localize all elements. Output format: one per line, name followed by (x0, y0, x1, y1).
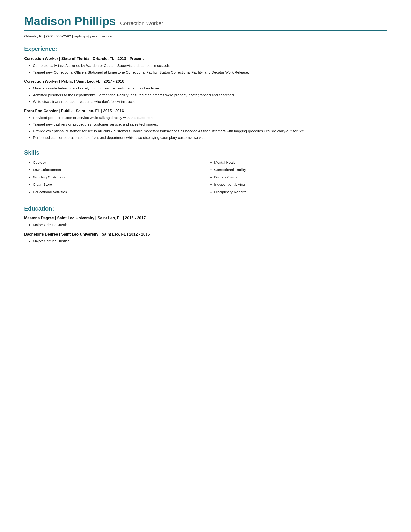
edu-bullets-1: Major: Criminal Justice (24, 222, 387, 228)
list-item: Write disciplinary reports on residents … (33, 99, 387, 104)
list-item: Monitor inmate behavior and safety durin… (33, 86, 387, 91)
job-bullets-3: Provided premier customer service while … (24, 115, 387, 141)
skill-item: Custody (33, 160, 206, 165)
list-item: Major: Criminal Justice (33, 222, 387, 228)
list-item: Provided premier customer service while … (33, 115, 387, 121)
skills-grid: Custody Law Enforcement Greeting Custome… (24, 160, 387, 197)
edu-entry-2: Bachelor's Degree | Saint Leo University… (24, 232, 387, 244)
list-item: Trained new cashiers on procedures, cust… (33, 122, 387, 127)
skill-item: Display Cases (214, 175, 387, 180)
skill-item: Law Enforcement (33, 167, 206, 173)
list-item: Performed cashier operations of the fron… (33, 135, 387, 141)
list-item: Provide exceptional customer service to … (33, 128, 387, 134)
edu-bullets-2: Major: Criminal Justice (24, 238, 387, 244)
education-section: Education: Master's Degree | Saint Leo U… (24, 205, 387, 244)
list-item: Admitted prisoners to the Department's C… (33, 92, 387, 98)
skill-item: Disciplinary Reports (214, 189, 387, 195)
skill-item: Greeting Customers (33, 175, 206, 180)
job-title-2: Correction Worker | Publix | Saint Leo, … (24, 79, 387, 84)
education-section-title: Education: (24, 205, 387, 212)
resume-header: Madison Phillips Correction Worker Orlan… (24, 15, 387, 38)
edu-title-2: Bachelor's Degree | Saint Leo University… (24, 232, 387, 237)
list-item: Trained new Correctional Officers Statio… (33, 70, 387, 75)
experience-section: Experience: Correction Worker | State of… (24, 46, 387, 141)
skills-col-left: Custody Law Enforcement Greeting Custome… (24, 160, 206, 197)
skill-item: Clean Store (33, 182, 206, 187)
job-title-1: Correction Worker | State of Florida | O… (24, 57, 387, 61)
job-bullets-1: Complete daily task Assigned by Warden o… (24, 63, 387, 75)
experience-section-title: Experience: (24, 46, 387, 52)
job-bullets-2: Monitor inmate behavior and safety durin… (24, 86, 387, 104)
skill-item: Educational Activities (33, 189, 206, 195)
skills-section: Skills Custody Law Enforcement Greeting … (24, 149, 387, 197)
edu-entry-1: Master's Degree | Saint Leo University |… (24, 216, 387, 228)
edu-title-1: Master's Degree | Saint Leo University |… (24, 216, 387, 220)
header-divider (24, 30, 387, 31)
skill-item: Correctional Facility (214, 167, 387, 173)
skills-section-title: Skills (24, 149, 387, 156)
contact-info: Orlando, FL | (900) 555-2592 | mphillips… (24, 34, 387, 38)
candidate-name: Madison Phillips (24, 15, 116, 28)
list-item: Major: Criminal Justice (33, 238, 387, 244)
skill-item: Independent Living (214, 182, 387, 187)
skills-col-right: Mental Health Correctional Facility Disp… (206, 160, 387, 197)
list-item: Complete daily task Assigned by Warden o… (33, 63, 387, 68)
job-title-3: Front End Cashier | Publix | Saint Leo, … (24, 109, 387, 113)
candidate-title: Correction Worker (120, 20, 163, 27)
skill-item: Mental Health (214, 160, 387, 165)
